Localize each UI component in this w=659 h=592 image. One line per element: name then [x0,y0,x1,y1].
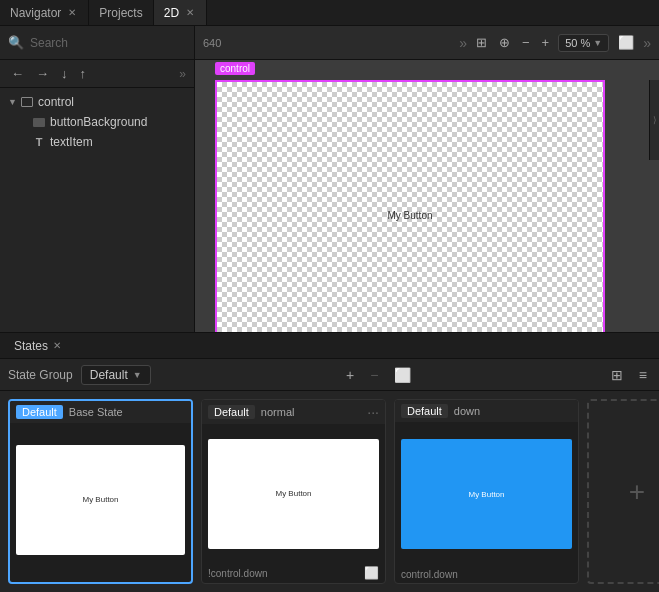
remove-state-button[interactable]: − [366,365,382,385]
tab-2d[interactable]: 2D ✕ [154,0,207,25]
state-card-default-down[interactable]: Default down My Button control.down [394,399,579,584]
tree-item-control-label: control [38,95,74,109]
zoom-out-button[interactable]: − [519,33,533,52]
states-tab-bar: States ✕ [0,333,659,359]
state-card-preview-1: My Button [208,430,379,557]
frame-label: control [215,62,255,75]
canvas-size-label: 640 [203,37,233,49]
states-tab-close[interactable]: ✕ [53,340,61,351]
canvas-area: 640 » ⊞ ⊕ − + 50 % ▼ ⬜ » control My Butt… [195,26,659,332]
tree-item-buttonBackground[interactable]: buttonBackground [0,112,194,132]
search-box: 🔍 [0,26,194,60]
main-area: 🔍 ← → ↓ ↑ » ▼ control buttonBackground [0,26,659,332]
nav-down-button[interactable]: ↓ [58,64,71,83]
state-footer-icon-1[interactable]: ⬜ [364,566,379,580]
state-group-chevron-icon: ▼ [133,370,142,380]
state-card-default-base[interactable]: Default Base State My Button [8,399,193,584]
right-handle-icon: ⟩ [653,115,657,125]
state-card-footer-0 [10,576,191,582]
tree-item-textItem[interactable]: T textItem [0,132,194,152]
add-state-plus-icon: + [629,476,645,508]
tab-2d-close[interactable]: ✕ [184,6,196,19]
checkerboard-bg [217,82,603,332]
tab-projects[interactable]: Projects [89,0,153,25]
state-card-name-2: Default [401,404,448,418]
frame-border: My Button [215,80,605,332]
sidebar: 🔍 ← → ↓ ↑ » ▼ control buttonBackground [0,26,195,332]
tab-2d-label: 2D [164,6,179,20]
nav-more[interactable]: » [179,67,186,81]
state-card-footer-1: !control.down ⬜ [202,563,385,583]
state-footer-text-1: !control.down [208,568,360,579]
state-card-name-1: Default [208,405,255,419]
canvas-tool-anchor[interactable]: ⊕ [496,33,513,52]
tab-projects-label: Projects [99,6,142,20]
add-state-card[interactable]: + [587,399,659,584]
canvas-frame: control My Button [215,80,605,332]
nav-forward-button[interactable]: → [33,64,52,83]
edit-state-button[interactable]: ⬜ [390,365,415,385]
zoom-display[interactable]: 50 % ▼ [558,34,609,52]
tree-item-control[interactable]: ▼ control [0,92,194,112]
states-tab[interactable]: States ✕ [8,333,67,358]
preview-inner-2: My Button [401,439,572,549]
preview-label-0: My Button [82,495,118,504]
add-state-button[interactable]: + [342,365,358,385]
state-group-select[interactable]: Default ▼ [81,365,151,385]
canvas-toolbar-more[interactable]: » [459,35,467,51]
state-card-footer-2: control.down [395,566,578,583]
canvas-toolbar-more2[interactable]: » [643,35,651,51]
state-card-default-normal[interactable]: Default normal ··· My Button !control.do… [201,399,386,584]
preview-label-1: My Button [275,489,311,498]
state-card-name-0: Default [16,405,63,419]
state-footer-text-2: control.down [401,569,572,580]
state-card-sub-2: down [454,405,480,417]
tree-item-buttonBackground-label: buttonBackground [50,115,147,129]
preview-inner-1: My Button [208,439,379,549]
preview-inner-0: My Button [16,445,185,555]
rect-icon [33,118,45,127]
state-card-sub-1: normal [261,406,295,418]
monitor-icon [21,97,33,107]
canvas-tool-frame[interactable]: ⬜ [615,33,637,52]
states-grid: Default Base State My Button Default nor… [0,391,659,592]
zoom-in-button[interactable]: + [539,33,553,52]
preview-label-2: My Button [468,490,504,499]
view-list-button[interactable]: ≡ [635,365,651,385]
state-card-header-0: Default Base State [10,401,191,423]
tab-bar: Navigator ✕ Projects 2D ✕ [0,0,659,26]
states-toolbar: State Group Default ▼ + − ⬜ ⊞ ≡ [0,359,659,391]
tab-navigator-close[interactable]: ✕ [66,6,78,19]
state-group-value: Default [90,368,128,382]
zoom-chevron-icon: ▼ [593,38,602,48]
nav-back-button[interactable]: ← [8,64,27,83]
right-panel-handle[interactable]: ⟩ [649,80,659,160]
canvas-tool-align[interactable]: ⊞ [473,33,490,52]
search-input[interactable] [30,36,186,50]
states-tab-label: States [14,339,48,353]
state-card-preview-2: My Button [401,428,572,560]
zoom-value: 50 % [565,37,590,49]
nav-buttons: ← → ↓ ↑ » [0,60,194,88]
canvas-toolbar: 640 » ⊞ ⊕ − + 50 % ▼ ⬜ » [195,26,659,60]
tab-navigator[interactable]: Navigator ✕ [0,0,89,25]
nav-up-button[interactable]: ↑ [77,64,90,83]
state-card-menu-1[interactable]: ··· [367,404,379,420]
text-icon: T [33,136,45,148]
state-card-header-2: Default down [395,400,578,422]
search-icon: 🔍 [8,35,24,50]
state-group-label: State Group [8,368,73,382]
tab-navigator-label: Navigator [10,6,61,20]
state-card-preview-0: My Button [16,429,185,570]
view-grid-button[interactable]: ⊞ [607,365,627,385]
canvas-element-label: My Button [387,210,432,221]
tree-item-textItem-label: textItem [50,135,93,149]
tree-area: ▼ control buttonBackground T textItem [0,88,194,332]
state-card-header-1: Default normal ··· [202,400,385,424]
tree-expand-icon: ▼ [8,97,16,107]
state-card-sub-0: Base State [69,406,123,418]
canvas-viewport[interactable]: control My Button ⟩ [195,60,659,332]
states-panel: States ✕ State Group Default ▼ + − ⬜ ⊞ ≡… [0,332,659,592]
